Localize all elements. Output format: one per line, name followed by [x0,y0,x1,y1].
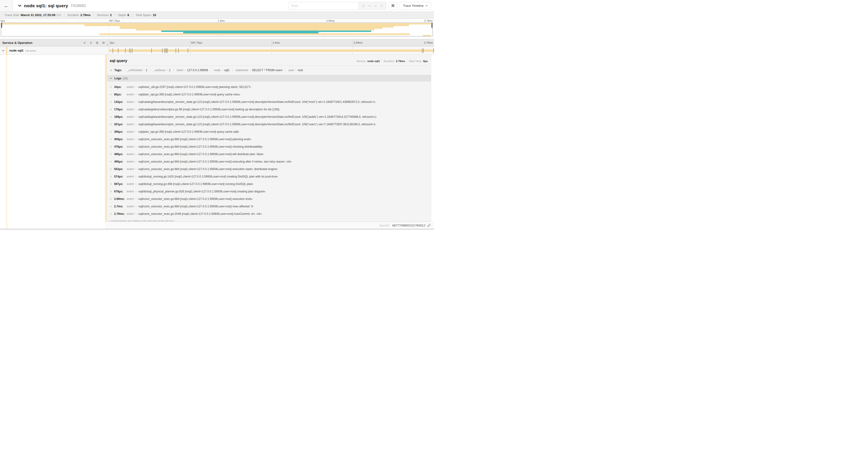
expand-all-icon[interactable] [102,41,105,44]
ruler-tick-label: 2.79ms [424,41,433,44]
span-service-name: node sql1 [9,49,24,52]
log-row[interactable]: 597μs:event=‹sql/distsql_running.go:498 … [107,180,431,188]
grid-line [272,39,272,46]
chevron-right-icon [110,93,112,96]
log-row[interactable]: 574μs:event=‹sql/distsql_running.go:1420… [107,173,431,180]
log-timestamp: 142μs: [114,100,125,104]
span-row[interactable]: node sql1 sql query [0,46,434,55]
log-row[interactable]: 34μs:event=‹sql/exec_util.go:2297 [nsql1… [107,83,431,91]
trace-summary-label: Depth [118,13,126,17]
log-marker-tick [423,48,424,53]
tag-equals: = [249,69,251,72]
grid-line [190,39,190,46]
collapse-trace-chevron-icon[interactable] [18,4,22,8]
log-row[interactable]: 678μs:event=‹sql/distsql_physical_planne… [107,188,431,195]
log-field-value: ‹sql/conn_executor_exec.go:684 [nsql1,cl… [138,153,264,156]
log-field-key: event [127,115,134,119]
tag-item[interactable]: _unfinished=1 [124,69,150,72]
log-marker-tick [151,48,152,53]
log-row[interactable]: 201μs:event=‹sql/catalog/lease/descripto… [107,121,431,128]
top-bar-actions: ⌘ Trace Timeline [288,2,431,9]
log-field-key: event [127,123,134,126]
log-timestamp: 189μs: [114,115,125,119]
log-row[interactable]: 142μs:event=‹sql/catalog/lease/descripto… [107,98,431,106]
log-row[interactable]: 459μs:event=‹sql/conn_executor_exec.go:6… [107,135,431,143]
tag-item[interactable]: statement=SELECT * FROM users [232,69,285,72]
trace-summary-label: Services [97,13,109,17]
log-equals: = [135,212,136,215]
find-prev-icon[interactable] [368,4,371,7]
tag-key: node [214,69,220,72]
tag-value: 1 [146,69,148,72]
tag-item[interactable]: _verbose=1 [150,69,174,72]
tag-item[interactable]: node=sql1 [211,69,232,72]
keyboard-shortcuts-button[interactable]: ⌘ [389,2,397,9]
chevron-right-icon [110,138,112,140]
find-clear-icon[interactable] [380,4,383,7]
log-row[interactable]: 2.69ms:event=‹sql/conn_executor_exec.go:… [107,195,431,203]
collapse-all-icon[interactable] [96,41,99,44]
log-row[interactable]: 495μs:event=‹sql/conn_executor_exec.go:6… [107,158,431,165]
expand-one-icon[interactable] [89,41,92,44]
log-field-value: ‹sql/conn_executor_exec.go:2046 [nsql1,c… [138,212,262,216]
log-row[interactable]: 189μs:event=‹sql/catalog/lease/descripto… [107,113,431,121]
column-resizer-grip[interactable] [107,44,108,46]
minimap-time-ruler: 0μs697.75μs1.4ms2.09ms2.79ms [0,19,434,23]
log-row[interactable]: 476μs:event=‹sql/conn_executor_exec.go:6… [107,143,431,151]
back-button[interactable]: ← [0,0,13,11]
find-next-icon[interactable] [374,4,377,7]
minimap-tick-label: 2.79ms [424,19,433,22]
find-input[interactable] [288,2,359,9]
log-equals: = [135,160,136,163]
trace-summary-bar: Trace StartMarch 31 2022, 17:25:09.326Du… [0,12,434,19]
log-row[interactable]: 176μs:event=‹sql/catalog/descs/descripto… [107,106,431,113]
log-field-value: ‹sql/distsql_running.go:1420 [nsql1,clie… [138,175,278,178]
detail-meta-label: Service: [356,60,366,63]
tag-item[interactable]: user=root [285,69,306,72]
locate-icon[interactable] [362,4,365,7]
trace-summary-value: 6 [127,13,129,17]
collapse-one-icon[interactable] [83,41,86,44]
chevron-right-icon [110,108,112,110]
log-marker-tick [176,48,176,53]
tags-row[interactable]: Tags: _unfinished=1_verbose=1client=127.… [107,66,431,74]
detail-meta-item: Service:node sql1 [355,60,382,63]
tag-equals: = [166,69,168,72]
log-timestamp: 597μs: [114,183,125,186]
log-equals: = [135,101,136,103]
log-field-key: event [127,190,134,193]
log-row[interactable]: 80μs:event=‹sql/plan_opt.go:358 [nsql1,c… [107,91,431,98]
span-bar-cell[interactable] [109,46,434,55]
log-timestamp: 366μs: [114,130,125,133]
minimap-canvas[interactable] [1,23,433,36]
span-collapse-chevron-icon[interactable] [2,49,5,52]
span-duration-bar [109,50,434,52]
chevron-right-icon [110,190,112,193]
log-field-key: event [127,85,134,89]
log-field-value: ‹sql/distsql_running.go:498 [nsql1,clien… [138,183,253,186]
trace-view-selector[interactable]: Trace Timeline [400,2,431,9]
log-row[interactable]: 2.79ms:event=‹sql/conn_executor_exec.go:… [107,210,431,218]
minimap-left-handle[interactable] [1,23,2,28]
back-arrow-icon: ← [4,3,9,9]
logs-section-header[interactable]: Logs (18) [107,75,431,81]
log-field-value: ‹sql/distsql_physical_planner.go:828 [ns… [138,190,266,193]
log-field-key: event [127,160,134,163]
log-timestamp: 34μs: [114,85,125,89]
log-row[interactable]: 502μs:event=‹sql/conn_executor_exec.go:6… [107,165,431,173]
log-equals: = [135,123,136,126]
link-icon[interactable] [427,224,431,227]
span-detail-title: sql query [110,59,127,63]
log-marker-tick [132,48,132,53]
minimap-right-handle[interactable] [431,23,432,28]
span-color-swatch [6,46,7,55]
top-bar: ← node sql1: sql query 7418682 [0,0,434,12]
log-row[interactable]: 366μs:event=‹sql/plan_opt.go:358 [nsql1,… [107,128,431,135]
ruler-tick-label: 2.09ms [353,41,363,44]
log-row[interactable]: 486μs:event=‹sql/conn_executor_exec.go:6… [107,151,431,158]
detail-meta-value: 0μs [423,60,428,63]
tag-item[interactable]: client=127.0.0.1:59936 [174,69,211,72]
tag-key: user [288,69,294,72]
log-row[interactable]: 2.7ms:event=‹sql/conn_executor_exec.go:6… [107,203,431,210]
log-equals: = [135,168,136,170]
